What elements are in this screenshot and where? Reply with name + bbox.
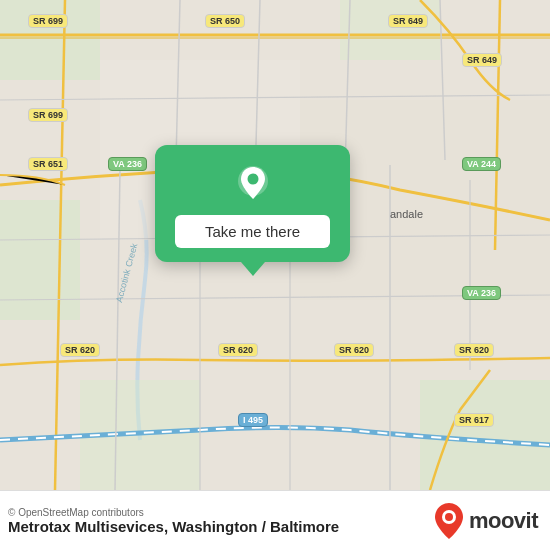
location-pin-icon bbox=[232, 163, 274, 205]
road-badge-va236-left: VA 236 bbox=[108, 157, 147, 171]
moovit-pin-icon bbox=[433, 502, 465, 540]
map-container: andale Accotink Creek SR 699 SR 650 SR 6… bbox=[0, 0, 550, 490]
svg-rect-2 bbox=[0, 200, 80, 320]
road-badge-sr650: SR 650 bbox=[205, 14, 245, 28]
moovit-logo: moovit bbox=[433, 502, 538, 540]
road-badge-sr620-4: SR 620 bbox=[454, 343, 494, 357]
road-badge-sr651: SR 651 bbox=[28, 157, 68, 171]
road-badge-sr617: SR 617 bbox=[454, 413, 494, 427]
road-badge-i495: I 495 bbox=[238, 413, 268, 427]
road-badge-sr699-top: SR 699 bbox=[28, 14, 68, 28]
svg-text:andale: andale bbox=[390, 208, 423, 220]
road-badge-va244: VA 244 bbox=[462, 157, 501, 171]
road-badge-sr620-1: SR 620 bbox=[60, 343, 100, 357]
svg-point-27 bbox=[247, 174, 258, 185]
svg-rect-5 bbox=[340, 0, 440, 60]
take-me-there-button[interactable]: Take me there bbox=[175, 215, 330, 248]
road-badge-sr649-1: SR 649 bbox=[388, 14, 428, 28]
road-badge-va236-right: VA 236 bbox=[462, 286, 501, 300]
road-badge-sr620-3: SR 620 bbox=[334, 343, 374, 357]
location-title: Metrotax Multisevices, Washington / Balt… bbox=[8, 518, 339, 535]
footer-bar: © OpenStreetMap contributors Metrotax Mu… bbox=[0, 490, 550, 550]
svg-rect-1 bbox=[0, 0, 100, 80]
popup-card: Take me there bbox=[155, 145, 350, 262]
svg-rect-4 bbox=[420, 380, 550, 490]
moovit-text: moovit bbox=[469, 508, 538, 534]
road-badge-sr649-2: SR 649 bbox=[462, 53, 502, 67]
road-badge-sr699-left: SR 699 bbox=[28, 108, 68, 122]
svg-point-29 bbox=[445, 513, 453, 521]
road-badge-sr620-2: SR 620 bbox=[218, 343, 258, 357]
footer-info: © OpenStreetMap contributors Metrotax Mu… bbox=[8, 507, 339, 535]
copyright-text: © OpenStreetMap contributors bbox=[8, 507, 339, 518]
